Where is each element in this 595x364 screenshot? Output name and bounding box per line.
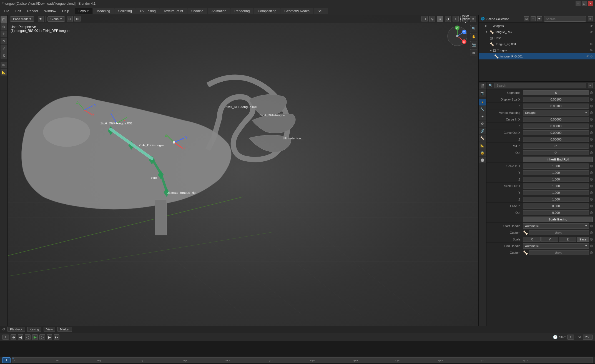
prop-ease-out-dot[interactable] xyxy=(590,211,593,214)
prop-scale-out-x-value[interactable]: 1.000 xyxy=(523,184,589,189)
end-frame-display[interactable]: 250 xyxy=(583,335,593,340)
viewport-shading-solid[interactable]: ● xyxy=(437,16,443,22)
tab-uv-editing[interactable]: UV Editing xyxy=(136,8,160,14)
keying-btn[interactable]: Keying xyxy=(27,327,42,332)
prop-display-size-z-value[interactable]: 0.00100 xyxy=(523,104,589,109)
viewport-view-btn[interactable]: 👁 xyxy=(38,16,44,22)
menu-render[interactable]: Render xyxy=(24,8,41,14)
prop-scale-in-y-value[interactable]: 1.000 xyxy=(523,170,589,175)
prev-keyframe-btn[interactable]: ◀ xyxy=(18,334,23,340)
outliner-options-btn[interactable]: ≡ xyxy=(588,16,593,21)
tool-scale[interactable]: ⤢ xyxy=(1,45,7,52)
props-modifier-btn[interactable]: 🔧 xyxy=(479,106,486,113)
tool-annotate[interactable]: ✏ xyxy=(1,62,7,68)
props-material-btn[interactable]: ⬤ xyxy=(479,157,486,163)
prop-scale-out-y-value[interactable]: 1.000 xyxy=(523,190,589,195)
prop-custom2-bone[interactable]: Bone xyxy=(529,250,589,255)
outliner-item-tongue-rig[interactable]: ▼ 🦴 tongue_RIG 👁 xyxy=(479,29,595,35)
tool-cursor[interactable]: ⊕ xyxy=(1,23,7,30)
props-objdata-btn[interactable]: 🦴 xyxy=(479,135,486,142)
viewport-snap-btn[interactable]: ⊞ xyxy=(74,16,81,22)
outliner-new-collection-btn[interactable]: + xyxy=(531,16,536,21)
prop-vertex-mapping-dot[interactable] xyxy=(590,111,593,114)
tab-geometry-nodes[interactable]: Geometry Nodes xyxy=(280,8,313,14)
prop-curve-in-z-value[interactable]: 0.00000 xyxy=(523,124,589,129)
grid-btn[interactable]: ⊞ xyxy=(470,49,477,56)
viewport-shading-mat[interactable]: ◑ xyxy=(445,16,451,22)
camera-btn[interactable]: 📷 xyxy=(470,41,477,48)
outliner-search-input[interactable] xyxy=(544,16,586,22)
tab-rendering[interactable]: Rendering xyxy=(230,8,253,14)
prop-scale-in-x-dot[interactable] xyxy=(590,165,593,167)
prop-vertex-mapping-select[interactable]: Straight ▾ xyxy=(523,110,589,116)
viewport-3d[interactable]: ZixH_DEF-tongue.001 ZixH_DEF-tongue Ulti… xyxy=(8,15,478,326)
viewport-shading-render[interactable]: ○ xyxy=(453,16,459,22)
current-frame-display[interactable]: 1 xyxy=(2,335,9,340)
prop-scale-in-z-value[interactable]: 1.000 xyxy=(523,177,589,182)
navigation-gizmo[interactable]: Y X Z xyxy=(446,25,468,47)
step-fwd-btn[interactable]: ▷ xyxy=(39,334,45,340)
inherit-end-roll-btn[interactable]: Inherit End Roll xyxy=(523,157,593,162)
prop-curve-out-z-value[interactable]: 0.00000 xyxy=(523,137,589,142)
viewport-xray-btn[interactable]: ◎ xyxy=(429,16,435,22)
tool-move[interactable]: ✛ xyxy=(1,31,7,37)
prop-segments-dot[interactable] xyxy=(590,91,593,94)
ruler-track[interactable]: 1 20 40 60 80 100 120 140 160 180 xyxy=(12,357,593,363)
close-button[interactable]: ✕ xyxy=(588,1,593,6)
step-back-btn[interactable]: ◁ xyxy=(25,334,31,340)
tab-sculpting[interactable]: Sculpting xyxy=(114,8,136,14)
properties-search-input[interactable] xyxy=(494,83,586,88)
prop-ease-in-value[interactable]: 0.000 xyxy=(523,204,589,209)
tab-layout[interactable]: Layout xyxy=(75,8,92,14)
prop-custom-bone[interactable]: Bone xyxy=(529,230,589,235)
prop-end-handle-dot[interactable] xyxy=(590,245,593,247)
tab-shading[interactable]: Shading xyxy=(187,8,207,14)
outliner-item-tongue-rig-001-sel[interactable]: 🦴 tongue_RIG.001 👁 ◎ xyxy=(479,53,595,59)
sel-eye[interactable]: 👁 xyxy=(586,55,589,58)
prop-display-size-x-dot[interactable] xyxy=(590,98,593,101)
outliner-view-btn[interactable]: 👁 xyxy=(537,16,542,21)
rig-eye-icon[interactable]: 👁 xyxy=(590,30,593,34)
tab-compositing[interactable]: Compositing xyxy=(254,8,280,14)
next-keyframe-btn[interactable]: ▶ xyxy=(47,334,52,340)
scale-easing-btn[interactable]: Scale Easing xyxy=(523,217,593,222)
jump-start-btn[interactable]: ⏮ xyxy=(11,334,16,340)
outliner-item-tongue-rig-001[interactable]: 🦴 tongue_rig.001 👁 xyxy=(479,41,595,47)
menu-help[interactable]: Help xyxy=(59,8,72,14)
prop-roll-out-value[interactable]: 0° xyxy=(523,150,589,155)
props-physics-btn[interactable]: ⚙ xyxy=(479,121,486,127)
props-boneconstrain-btn[interactable]: 🔒 xyxy=(479,149,486,156)
playback-btn[interactable]: Playback xyxy=(7,327,25,332)
props-renderlayer-btn[interactable]: 📷 xyxy=(479,90,486,97)
prop-start-handle-select[interactable]: Automatic ▾ xyxy=(523,223,589,229)
props-particles-btn[interactable]: ✦ xyxy=(479,113,486,120)
viewport-overlay-btn[interactable]: ⊡ xyxy=(421,16,428,22)
prop-roll-in-dot[interactable] xyxy=(590,145,593,147)
prop-scale-out-z-value[interactable]: 1.000 xyxy=(523,197,589,202)
tool-transform[interactable]: ⧖ xyxy=(1,52,7,59)
play-btn[interactable]: ▶ xyxy=(32,334,38,340)
viewport-pose-options[interactable]: Pose Options ▾ xyxy=(462,16,468,22)
prop-scale-in-y-dot[interactable] xyxy=(590,171,593,174)
props-object-btn[interactable]: 🔸 xyxy=(479,99,486,106)
props-scene-btn[interactable]: 🎬 xyxy=(479,83,486,89)
marker-btn[interactable]: Marker xyxy=(57,327,72,332)
prop-curve-in-x-dot[interactable] xyxy=(590,118,593,121)
tool-measure[interactable]: 📐 xyxy=(1,69,7,76)
start-frame-display[interactable]: 1 xyxy=(567,335,574,340)
minimize-button[interactable]: ─ xyxy=(576,1,581,6)
prop-curve-out-x-dot[interactable] xyxy=(590,131,593,134)
prop-curve-in-x-value[interactable]: 0.00000 xyxy=(523,117,589,122)
props-constraints-btn[interactable]: 🔗 xyxy=(479,128,486,134)
maximize-button[interactable]: □ xyxy=(582,1,587,6)
menu-file[interactable]: File xyxy=(1,8,12,14)
viewport-mode-btn[interactable]: Pose Mode ▾ xyxy=(10,16,34,22)
props-bone-btn[interactable]: 📐 xyxy=(479,142,486,149)
viewport-pivot-btn[interactable]: ⊙ xyxy=(67,16,73,22)
outliner-item-tongue-collection[interactable]: ▶ □ Tongue 👁 xyxy=(479,47,595,53)
tool-select[interactable]: ⬚ xyxy=(1,16,7,23)
eye-icon[interactable]: 👁 xyxy=(590,24,593,27)
ease-btn[interactable]: Ease xyxy=(577,237,589,242)
prop-custom2-dot[interactable] xyxy=(590,251,593,254)
scale-z-btn[interactable]: Z xyxy=(559,237,576,242)
